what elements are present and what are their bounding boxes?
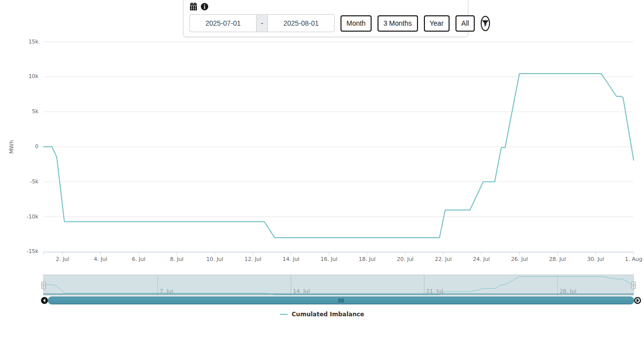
y-axis-label: -5k: [13, 178, 38, 185]
scrollbar-right-arrow-button[interactable]: [634, 297, 641, 304]
x-axis-label: 2. Jul: [46, 256, 79, 263]
x-axis-label: 24. Jul: [464, 256, 498, 263]
right-arrow-icon: [637, 298, 639, 302]
calendar-icon[interactable]: [189, 2, 197, 10]
date-from-input[interactable]: [189, 14, 256, 32]
x-axis-label: 20. Jul: [388, 256, 422, 263]
x-axis-label: 28. Jul: [541, 256, 574, 263]
x-axis-label: 26. Jul: [503, 256, 536, 263]
filter-funnel-icon: [482, 20, 489, 27]
legend-line-swatch: [280, 314, 288, 315]
series-line-cumulated-imbalance[interactable]: [43, 74, 634, 238]
x-axis-label: 10. Jul: [198, 256, 231, 263]
navigator-axis-label: 21. Jul: [426, 289, 443, 295]
navigator-axis-label: 28. Jul: [560, 289, 576, 295]
date-separator: -: [256, 14, 268, 32]
scrollbar-left-arrow-button[interactable]: [41, 297, 48, 304]
legend: Cumulated Imbalance: [0, 311, 644, 318]
navigator-axis-label: 7. Jul: [159, 289, 173, 295]
chart-page: MWh 15k10k5k0-5k-10k-15k2. Jul4. Jul6. J…: [0, 0, 644, 340]
x-axis-label: 1. Aug: [617, 256, 644, 263]
cumulated-imbalance-chart: [0, 0, 644, 340]
three-months-button[interactable]: 3 Months: [378, 15, 418, 32]
x-axis-label: 8. Jul: [160, 256, 193, 263]
left-arrow-icon: [43, 298, 45, 302]
navigator-right-handle[interactable]: [631, 282, 636, 289]
toolbar-icon-row: [189, 2, 462, 10]
y-axis-label: -10k: [13, 213, 38, 220]
toolbar-controls: - Month 3 Months Year All: [189, 14, 462, 32]
chart-scrollbar[interactable]: [41, 297, 641, 304]
x-axis-label: 6. Jul: [122, 256, 155, 263]
range-selector-panel: - Month 3 Months Year All: [183, 0, 468, 37]
x-axis-label: 16. Jul: [312, 256, 346, 263]
month-button[interactable]: Month: [341, 15, 372, 32]
y-axis-label: -15k: [13, 248, 38, 255]
legend-item-cumulated-imbalance[interactable]: Cumulated Imbalance: [292, 311, 364, 318]
x-axis-label: 18. Jul: [350, 256, 384, 263]
date-range-group: -: [189, 14, 335, 32]
navigator-mask[interactable]: [43, 275, 634, 296]
x-axis-label: 14. Jul: [274, 256, 308, 263]
y-axis-label: 0: [13, 143, 38, 150]
x-axis-label: 22. Jul: [426, 256, 460, 263]
scrollbar-thumb[interactable]: [48, 297, 634, 304]
navigator-left-handle[interactable]: [41, 282, 46, 289]
x-axis-label: 4. Jul: [84, 256, 117, 263]
y-axis-label: 10k: [13, 73, 38, 80]
navigator-axis-label: 14. Jul: [293, 289, 310, 295]
y-axis-label: 15k: [13, 39, 38, 45]
year-button[interactable]: Year: [424, 15, 450, 32]
filter-button[interactable]: [481, 16, 490, 31]
all-button[interactable]: All: [455, 15, 475, 32]
date-to-input[interactable]: [268, 14, 335, 32]
info-icon[interactable]: [201, 3, 208, 10]
x-axis-label: 12. Jul: [236, 256, 269, 263]
x-axis-label: 30. Jul: [579, 256, 612, 263]
y-axis-label: 5k: [13, 108, 38, 115]
